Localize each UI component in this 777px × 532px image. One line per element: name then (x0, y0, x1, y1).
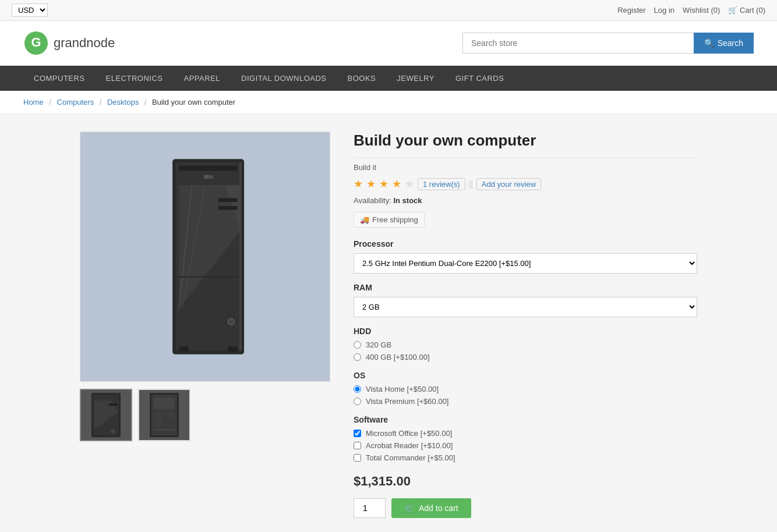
thumbnail-2[interactable] (138, 389, 190, 441)
thumb-icon-1 (89, 392, 123, 438)
software-ms-office-label: Microsoft Office [+$50.00] (366, 429, 452, 438)
breadcrumb-sep-1: / (49, 98, 53, 107)
logo[interactable]: G grandnode (23, 30, 115, 56)
free-shipping-badge: 🚚 Free shipping (354, 212, 425, 228)
svg-rect-12 (176, 276, 241, 278)
software-acrobat-label: Acrobat Reader [+$10.00] (366, 441, 453, 450)
os-option: OS Vista Home [+$50.00] Vista Premium [+… (354, 371, 697, 406)
hdd-400-radio[interactable] (354, 353, 361, 361)
hdd-400-item[interactable]: 400 GB [+$100.00] (354, 353, 697, 361)
nav-item-electronics[interactable]: ELECTRONICS (96, 66, 174, 91)
software-label: Software (354, 415, 697, 424)
ram-label: RAM (354, 283, 697, 292)
wishlist-link[interactable]: Wishlist (0) (683, 6, 720, 15)
currency-selector[interactable]: USD EUR GBP (12, 3, 48, 17)
software-total-commander-label: Total Commander [+$5.00] (366, 453, 455, 462)
thumbnail-1[interactable] (80, 389, 132, 441)
svg-rect-26 (165, 412, 175, 419)
hdd-radio-group: 320 GB 400 GB [+$100.00] (354, 341, 697, 361)
svg-rect-14 (228, 346, 238, 352)
ram-option: RAM 2 GB 4 GB 8 GB (354, 283, 697, 317)
availability-value: In stock (393, 196, 422, 205)
software-option: Software Microsoft Office [+$50.00] Acro… (354, 415, 697, 462)
search-bar: 🔍 Search (462, 33, 754, 54)
hdd-320-item[interactable]: 320 GB (354, 341, 697, 349)
svg-rect-10 (218, 206, 238, 210)
nav-item-books[interactable]: BOOKS (337, 66, 387, 91)
nav-item-apparel[interactable]: APPAREL (174, 66, 231, 91)
software-total-commander-item[interactable]: Total Commander [+$5.00] (354, 453, 697, 462)
search-input[interactable] (462, 33, 694, 54)
truck-icon: 🚚 (360, 215, 369, 224)
hdd-option: HDD 320 GB 400 GB [+$100.00] (354, 327, 697, 361)
add-to-cart-button[interactable]: 🛒 Add to cart (391, 498, 471, 518)
logo-icon: G (23, 30, 49, 56)
star-4: ★ (392, 178, 401, 190)
software-ms-office-checkbox[interactable] (354, 430, 361, 437)
software-acrobat-item[interactable]: Acrobat Reader [+$10.00] (354, 441, 697, 450)
svg-rect-25 (154, 412, 163, 427)
product-images: IBM (80, 132, 330, 518)
product-title: Build your own computer (354, 132, 697, 158)
login-link[interactable]: Log in (654, 6, 674, 15)
os-vista-premium-item[interactable]: Vista Premium [+$60.00] (354, 397, 697, 406)
hdd-320-radio[interactable] (354, 341, 361, 349)
svg-rect-20 (109, 403, 118, 406)
cart-link[interactable]: 🛒 Cart (0) (728, 6, 765, 15)
os-vista-premium-label: Vista Premium [+$60.00] (366, 397, 448, 406)
nav-item-computers[interactable]: COMPUTERS (23, 66, 96, 91)
svg-point-11 (228, 318, 234, 325)
breadcrumb-computers[interactable]: Computers (57, 98, 94, 107)
build-label: Build it (354, 163, 697, 172)
svg-text:IBM: IBM (204, 174, 213, 180)
stars-row: ★ ★ ★ ★ ★ 1 review(s) || Add your review (354, 178, 697, 190)
star-1: ★ (354, 178, 363, 190)
svg-point-21 (111, 430, 115, 433)
product-thumbnails (80, 389, 330, 441)
os-vista-home-radio[interactable] (354, 385, 361, 393)
nav-item-gift-cards[interactable]: GIFT CARDS (445, 66, 515, 91)
search-button-label: Search (718, 38, 743, 48)
breadcrumb-desktops[interactable]: Desktops (107, 98, 139, 107)
quantity-input[interactable] (354, 498, 386, 518)
search-icon: 🔍 (704, 38, 714, 48)
main-product-image[interactable]: IBM (80, 132, 330, 382)
add-review-link[interactable]: Add your review (476, 178, 541, 190)
cart-label: Cart (0) (740, 6, 765, 15)
main-nav: COMPUTERS ELECTRONICS APPAREL DIGITAL DO… (0, 66, 777, 91)
os-vista-premium-radio[interactable] (354, 398, 361, 405)
svg-rect-24 (154, 398, 175, 409)
star-5: ★ (405, 178, 414, 190)
os-radio-group: Vista Home [+$50.00] Vista Premium [+$60… (354, 385, 697, 406)
currency-dropdown[interactable]: USD EUR GBP (12, 3, 48, 17)
availability: Availability: In stock (354, 196, 697, 205)
hdd-label: HDD (354, 327, 697, 336)
software-total-commander-checkbox[interactable] (354, 454, 361, 462)
breadcrumb-home[interactable]: Home (23, 98, 44, 107)
top-bar-right: Register Log in Wishlist (0) 🛒 Cart (0) (617, 6, 765, 15)
thumb-icon-2 (147, 392, 182, 438)
breadcrumb-current: Build your own computer (152, 98, 235, 107)
os-vista-home-item[interactable]: Vista Home [+$50.00] (354, 385, 697, 393)
ram-select[interactable]: 2 GB 4 GB 8 GB (354, 297, 697, 317)
hdd-320-label: 320 GB (366, 341, 391, 349)
breadcrumb-sep-2: / (100, 98, 104, 107)
processor-option: Processor 2.5 GHz Intel Pentium Dual-Cor… (354, 239, 697, 274)
star-3: ★ (379, 178, 388, 190)
cart-add-icon: 🛒 (404, 503, 414, 513)
svg-text:G: G (31, 35, 41, 49)
review-separator: || (469, 179, 473, 189)
software-acrobat-checkbox[interactable] (354, 442, 361, 449)
review-count-link[interactable]: 1 review(s) (418, 178, 465, 190)
availability-label: Availability: (354, 196, 391, 205)
software-ms-office-item[interactable]: Microsoft Office [+$50.00] (354, 429, 697, 438)
os-vista-home-label: Vista Home [+$50.00] (366, 385, 439, 393)
top-bar: USD EUR GBP Register Log in Wishlist (0)… (0, 0, 777, 21)
add-to-cart-row: 🛒 Add to cart (354, 498, 697, 518)
free-shipping-label: Free shipping (372, 215, 418, 224)
nav-item-digital-downloads[interactable]: DIGITAL DOWNLOADS (231, 66, 337, 91)
search-button[interactable]: 🔍 Search (694, 33, 754, 54)
processor-select[interactable]: 2.5 GHz Intel Pentium Dual-Core E2200 [+… (354, 253, 697, 274)
register-link[interactable]: Register (617, 6, 645, 15)
nav-item-jewelry[interactable]: JEWELRY (386, 66, 445, 91)
